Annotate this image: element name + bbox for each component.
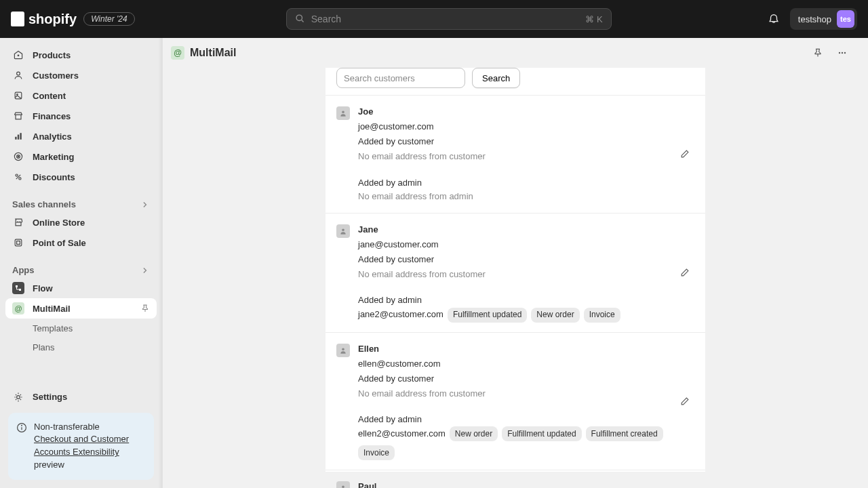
- added-by-admin-label: Added by admin: [358, 176, 694, 190]
- online-store-icon: [12, 217, 24, 228]
- pin-icon[interactable]: [140, 304, 150, 313]
- notification-tag: Fulfillment updated: [502, 426, 581, 441]
- svg-point-3: [17, 72, 20, 75]
- search-button[interactable]: Search: [472, 68, 520, 88]
- topbar-right: testshop tes: [763, 8, 857, 30]
- avatar-icon: [336, 344, 350, 357]
- sidebar-item-flow[interactable]: Flow: [5, 278, 157, 298]
- svg-rect-6: [15, 137, 16, 140]
- notification-tag: Invoice: [358, 445, 395, 460]
- main: @ MultiMail Search Joejoe@customer.comAd…: [163, 38, 868, 488]
- customers-icon: [12, 70, 24, 81]
- logo-area: shopify Winter '24: [11, 12, 135, 27]
- search-shortcut: ⌘ K: [585, 14, 602, 24]
- sidebar-item-templates[interactable]: Templates: [5, 319, 157, 338]
- svg-line-14: [16, 175, 20, 179]
- sidebar-item-products[interactable]: Products: [5, 45, 157, 65]
- notice-suffix: preview: [34, 460, 64, 470]
- sidebar-item-marketing[interactable]: Marketing: [5, 146, 157, 167]
- sidebar-item-content[interactable]: Content: [5, 85, 157, 106]
- sidebar-item-label: Content: [33, 91, 66, 101]
- added-by-admin-label: Added by admin: [358, 413, 694, 426]
- edit-button[interactable]: [675, 144, 694, 163]
- sidebar-item-label: Marketing: [33, 152, 74, 162]
- finances-icon: [12, 110, 24, 121]
- user-name: testshop: [798, 14, 831, 24]
- sidebar-item-label: Plans: [33, 342, 55, 352]
- admin-email: jane2@customer.com: [358, 308, 443, 321]
- customer-search-input[interactable]: [336, 68, 465, 88]
- customer-email: ellen@customer.com: [358, 357, 694, 371]
- svg-point-12: [16, 174, 18, 176]
- avatar-icon: [336, 481, 350, 488]
- svg-point-0: [296, 15, 302, 20]
- season-badge: Winter '24: [83, 12, 135, 26]
- customer-row: Joejoe@customer.comAdded by customerNo e…: [326, 95, 705, 213]
- sidebar-item-discounts[interactable]: Discounts: [5, 167, 157, 187]
- shopify-bag-icon: [11, 12, 24, 26]
- sidebar-item-label: Online Store: [33, 218, 85, 228]
- customer-email: jane@customer.com: [358, 238, 694, 251]
- sidebar-item-plans[interactable]: Plans: [5, 338, 157, 357]
- avatar: tes: [837, 10, 854, 28]
- sidebar-item-analytics[interactable]: Analytics: [5, 126, 157, 146]
- sidebar-item-pos[interactable]: Point of Sale: [5, 232, 157, 253]
- search-wrap: Search ⌘ K: [146, 8, 752, 30]
- added-by-customer-label: Added by customer: [358, 253, 694, 266]
- page-header: @ MultiMail: [163, 38, 868, 68]
- sidebar-item-label: Customers: [33, 70, 79, 81]
- customer-email-note: No email address from customer: [358, 387, 694, 401]
- sidebar-item-label: Settings: [33, 392, 67, 402]
- customer-row: Janejane@customer.comAdded by customerNo…: [326, 213, 705, 332]
- pin-button[interactable]: [808, 43, 827, 62]
- svg-rect-16: [17, 241, 20, 245]
- info-icon: [16, 422, 27, 472]
- admin-email: ellen2@customer.com: [358, 427, 446, 441]
- edit-button[interactable]: [675, 392, 694, 411]
- shopify-logo[interactable]: shopify: [11, 12, 77, 27]
- sidebar: ProductsCustomersContentFinancesAnalytic…: [0, 38, 163, 488]
- sidebar-item-settings[interactable]: Settings: [5, 387, 157, 407]
- avatar-icon: [336, 224, 350, 238]
- customer-name: Joe: [358, 105, 694, 119]
- content-scroll[interactable]: Search Joejoe@customer.comAdded by custo…: [163, 68, 868, 488]
- apps-header[interactable]: Apps: [5, 262, 157, 278]
- search-row: Search: [326, 68, 705, 95]
- notice-link[interactable]: Checkout and Customer Accounts Extensibi…: [34, 434, 129, 457]
- user-chip[interactable]: testshop tes: [790, 8, 857, 30]
- search-icon: [295, 14, 304, 25]
- sidebar-item-online-store[interactable]: Online Store: [5, 212, 157, 232]
- svg-rect-8: [20, 133, 21, 140]
- notification-tag: Invoice: [584, 308, 620, 323]
- customers-card: Search Joejoe@customer.comAdded by custo…: [326, 68, 705, 472]
- analytics-icon: [12, 131, 24, 142]
- notifications-button[interactable]: [763, 8, 785, 30]
- search-placeholder: Search: [311, 14, 341, 24]
- customer-row: Paulpaul@customer.comAdded by customer: [326, 470, 705, 488]
- svg-rect-7: [18, 135, 19, 140]
- gear-icon: [12, 392, 24, 403]
- page-title: @ MultiMail: [171, 46, 236, 60]
- edit-button[interactable]: [675, 263, 694, 282]
- app-icon: @: [171, 46, 184, 60]
- customer-name: Paul: [358, 480, 694, 488]
- admin-email-note: No email address from admin: [358, 190, 694, 203]
- sales-channels-header[interactable]: Sales channels: [5, 197, 157, 212]
- svg-point-13: [19, 178, 21, 180]
- customer-email-note: No email address from customer: [358, 150, 694, 163]
- topbar: shopify Winter '24 Search ⌘ K testshop t…: [0, 0, 868, 38]
- svg-rect-17: [16, 285, 18, 287]
- svg-point-5: [17, 94, 18, 96]
- brand-text: shopify: [28, 12, 77, 27]
- sidebar-item-customers[interactable]: Customers: [5, 65, 157, 85]
- more-button[interactable]: [833, 43, 852, 62]
- notification-tag: Fulfillment created: [586, 426, 663, 441]
- sidebar-item-finances[interactable]: Finances: [5, 106, 157, 126]
- svg-point-19: [17, 395, 20, 399]
- chevron-right-icon: [140, 200, 150, 209]
- svg-line-1: [302, 20, 304, 22]
- svg-point-26: [342, 110, 344, 113]
- sidebar-item-multimail[interactable]: @MultiMail: [5, 298, 157, 319]
- global-search[interactable]: Search ⌘ K: [286, 8, 612, 30]
- added-by-customer-label: Added by customer: [358, 372, 694, 386]
